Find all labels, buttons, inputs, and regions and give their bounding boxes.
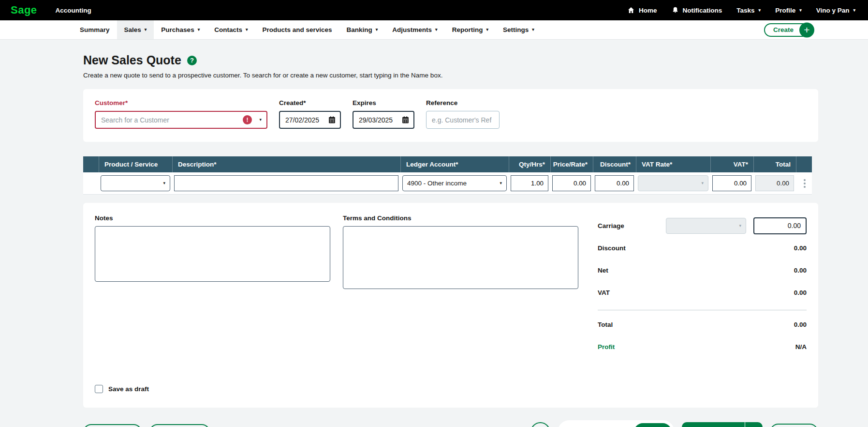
nav-summary[interactable]: Summary: [73, 20, 117, 39]
table-header-lead: [83, 156, 99, 172]
preview-button[interactable]: Preview: [83, 424, 142, 427]
line-items-table: Product / Service Description* Ledger Ac…: [83, 156, 812, 195]
app-title: Accounting: [56, 7, 91, 14]
topbar-business-label: Vino y Pan: [816, 7, 850, 14]
page-content: New Sales Quote ? Create a new quote to …: [83, 40, 818, 427]
reference-input[interactable]: [426, 111, 500, 129]
nav-contacts[interactable]: Contacts▾: [207, 20, 255, 39]
topbar-home-label: Home: [639, 7, 657, 14]
net-summary-row: Net 0.00: [598, 259, 807, 281]
nav-reporting[interactable]: Reporting▾: [445, 20, 496, 39]
ledger-account-select[interactable]: 4900 - Other income▾: [402, 175, 507, 191]
created-field: Created*: [279, 99, 341, 129]
customer-input[interactable]: [95, 111, 267, 129]
description-input[interactable]: [174, 175, 398, 191]
vat-rate-select: ▾: [638, 175, 708, 191]
carriage-amount-input[interactable]: [753, 217, 807, 234]
discount-summary-row: Discount 0.00: [598, 237, 807, 259]
page-subtitle: Create a new quote to send to a prospect…: [83, 72, 818, 79]
nav-sales[interactable]: Sales▾: [117, 20, 154, 39]
notes-summary-card: Notes Terms and Conditions Carriage ▾ Di…: [83, 203, 818, 408]
chevron-down-icon: ▾: [799, 8, 802, 13]
carriage-rate-select: ▾: [666, 218, 746, 234]
topbar-home[interactable]: Home: [627, 6, 657, 14]
table-header-vat: VAT*: [710, 156, 753, 172]
notes-label: Notes: [95, 214, 330, 222]
ledger-account-value: 4900 - Other income: [407, 180, 467, 187]
cancel-button[interactable]: Cancel: [770, 424, 818, 427]
topbar-tasks[interactable]: Tasks ▾: [736, 7, 761, 14]
chevron-down-icon: ▾: [163, 181, 165, 185]
topbar-profile[interactable]: Profile ▾: [775, 7, 802, 14]
line-total-input: [755, 175, 794, 191]
topbar-tasks-label: Tasks: [736, 7, 754, 14]
discount-input[interactable]: [595, 175, 634, 191]
table-header-description: Description*: [172, 156, 400, 172]
vat-summary-value: 0.00: [794, 289, 807, 296]
page-title: New Sales Quote: [83, 53, 181, 67]
created-date-input[interactable]: [279, 111, 341, 129]
total-summary-row: Total 0.00: [598, 313, 807, 336]
expires-field: Expires: [353, 99, 414, 129]
topbar-business[interactable]: Vino y Pan ▾: [816, 7, 855, 14]
profit-summary-value: N/A: [795, 343, 807, 351]
chevron-down-icon: ▾: [500, 181, 502, 185]
terms-label: Terms and Conditions: [343, 214, 578, 222]
product-service-select[interactable]: ▾: [101, 175, 170, 191]
error-save-group: ! There is 1 error Save: [558, 420, 675, 427]
customise-button[interactable]: Customise ▾: [149, 424, 210, 427]
nav-banking[interactable]: Banking▾: [339, 20, 385, 39]
vat-summary-label: VAT: [598, 289, 610, 296]
create-button-label: Create: [773, 26, 794, 33]
chevron-down-icon: ▾: [435, 28, 438, 32]
topbar: Sage Accounting Home Notifications Tasks…: [0, 0, 868, 20]
save-email-split-button: Save & Email ▾: [682, 422, 763, 427]
table-header-row: Product / Service Description* Ledger Ac…: [83, 156, 812, 172]
nav-banking-label: Banking: [347, 26, 372, 33]
create-button[interactable]: Create +: [764, 23, 814, 37]
customer-label: Customer*: [95, 99, 267, 107]
nav-reporting-label: Reporting: [452, 26, 483, 33]
row-menu-kebab[interactable]: [802, 177, 808, 190]
terms-field: Terms and Conditions: [343, 214, 578, 358]
chevron-down-icon: ▾: [145, 28, 147, 32]
save-email-dropdown-button[interactable]: ▾: [745, 422, 763, 427]
save-as-draft-checkbox[interactable]: [95, 385, 103, 393]
save-as-draft-label: Save as draft: [108, 385, 149, 393]
help-icon[interactable]: ?: [187, 56, 197, 65]
chevron-down-icon[interactable]: ▾: [259, 118, 262, 122]
price-rate-input[interactable]: [552, 175, 591, 191]
nav-products-services[interactable]: Products and services: [255, 20, 339, 39]
notes-textarea[interactable]: [95, 226, 330, 282]
attachment-button[interactable]: 0: [530, 422, 550, 427]
chevron-down-icon: ▾: [486, 28, 488, 32]
chevron-down-icon: ▾: [376, 28, 378, 32]
terms-textarea[interactable]: [343, 226, 578, 289]
error-icon: !: [243, 115, 252, 124]
nav-adjustments[interactable]: Adjustments▾: [385, 20, 444, 39]
nav-purchases[interactable]: Purchases▾: [154, 20, 207, 39]
topbar-notifications[interactable]: Notifications: [672, 6, 722, 14]
total-summary-label: Total: [598, 321, 613, 328]
customer-field: Customer* ! ▾: [95, 99, 267, 129]
net-summary-value: 0.00: [794, 267, 807, 274]
save-button[interactable]: Save: [634, 423, 672, 427]
profit-summary-label: Profit: [598, 343, 615, 351]
chevron-down-icon: ▾: [532, 28, 534, 32]
expires-date-input[interactable]: [353, 111, 414, 129]
chevron-down-icon: ▾: [759, 8, 761, 13]
quote-details-card: Customer* ! ▾ Created* Expires Reference: [83, 89, 818, 142]
nav-contacts-label: Contacts: [214, 26, 242, 33]
nav-settings[interactable]: Settings▾: [496, 20, 542, 39]
nav-adjustments-label: Adjustments: [392, 26, 432, 33]
vat-input[interactable]: [712, 175, 751, 191]
table-header-ledger-account: Ledger Account*: [400, 156, 509, 172]
nav-settings-label: Settings: [503, 26, 529, 33]
save-email-button[interactable]: Save & Email: [682, 422, 745, 427]
sage-logo[interactable]: Sage: [11, 4, 37, 16]
chevron-down-icon: ▾: [701, 181, 704, 185]
created-label: Created*: [279, 99, 341, 107]
main-nav: Summary Sales▾ Purchases▾ Contacts▾ Prod…: [0, 20, 868, 40]
bell-icon: [672, 6, 679, 14]
qty-input[interactable]: [511, 175, 548, 191]
